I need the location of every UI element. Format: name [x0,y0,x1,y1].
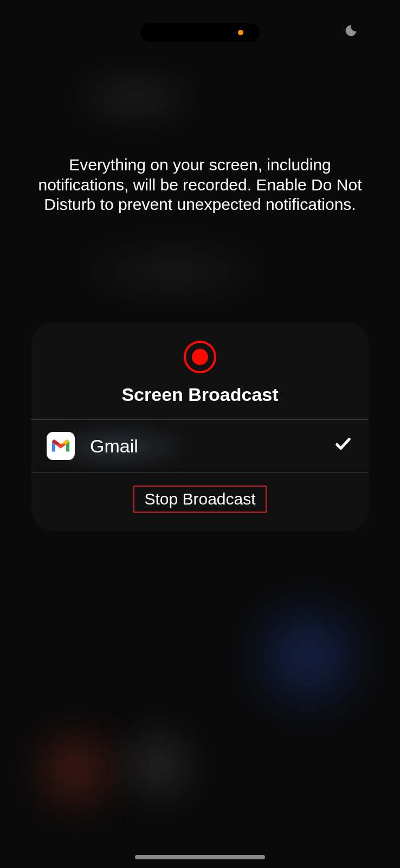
stop-broadcast-button[interactable]: Stop Broadcast [133,486,266,513]
dynamic-island [140,23,260,42]
gmail-app-icon [47,432,75,460]
broadcast-card: Screen Broadcast Gmail Stop Broadcast [31,322,369,531]
broadcast-app-name: Gmail [90,436,319,457]
checkmark-icon [334,435,352,457]
broadcast-title: Screen Broadcast [121,384,278,405]
do-not-disturb-moon-icon [345,24,358,39]
recording-warning-text: Everything on your screen, including not… [33,155,367,215]
microphone-indicator-dot [238,30,243,35]
record-icon [184,341,216,373]
status-bar [0,22,400,43]
broadcast-card-header: Screen Broadcast [31,322,369,419]
broadcast-app-row-gmail[interactable]: Gmail [31,420,369,472]
home-indicator[interactable] [135,855,265,859]
